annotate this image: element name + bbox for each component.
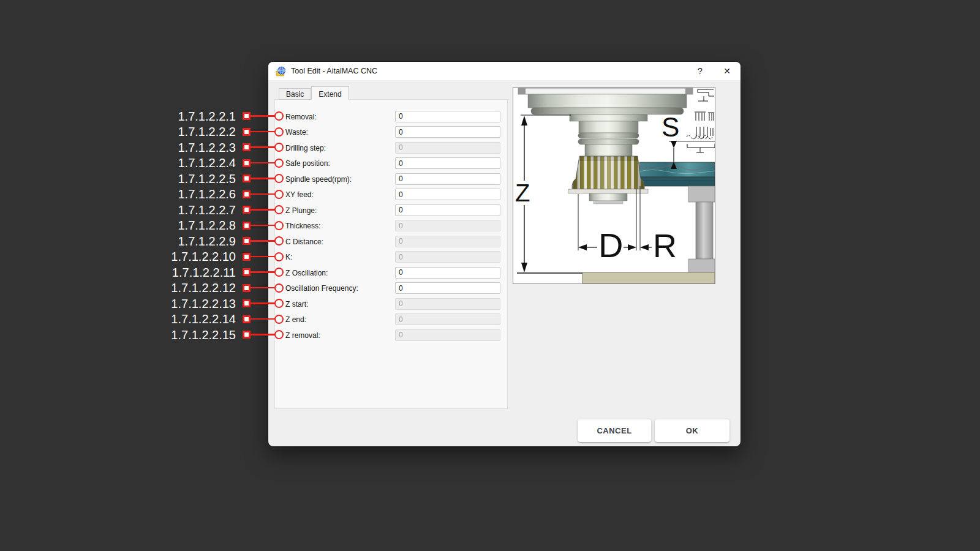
field-label: Z Plunge:: [285, 203, 317, 219]
callout-square-marker: [243, 299, 251, 307]
form-row: C Distance:: [275, 234, 507, 250]
stone-slab: [639, 162, 715, 186]
field-input-z-plunge[interactable]: [395, 204, 500, 216]
field-label: Oscillation Frequency:: [285, 280, 358, 296]
tab-extend[interactable]: Extend: [311, 86, 349, 100]
field-input-z-end: [395, 313, 500, 325]
dialog-title: Tool Edit - AitalMAC CNC: [291, 62, 377, 80]
callout-square-marker: [243, 206, 251, 214]
callout-square-marker: [243, 190, 251, 198]
help-button[interactable]: ?: [692, 62, 709, 80]
callout-square-marker: [243, 143, 251, 151]
callout-square-marker: [243, 268, 251, 276]
callout-square-marker: [243, 331, 251, 339]
app-globe-icon: [276, 66, 286, 77]
close-icon[interactable]: ✕: [718, 62, 736, 80]
form-row: Drilling step:: [275, 140, 507, 156]
callout-number: 1.7.1.2.2.5: [92, 171, 236, 187]
field-label: Z Oscillation:: [285, 265, 328, 281]
svg-text:Z: Z: [515, 179, 530, 206]
callout-number: 1.7.1.2.2.6: [92, 186, 236, 202]
svg-text:S: S: [662, 112, 679, 142]
form-row: Z end:: [275, 312, 507, 328]
field-label: Waste:: [285, 124, 308, 140]
form-row: Z Oscillation:: [275, 265, 507, 281]
callout-number: 1.7.1.2.2.8: [92, 217, 236, 233]
field-input-z-start: [395, 298, 500, 310]
machine-table: [582, 272, 715, 283]
desktop-background: 1.7.1.2.2.11.7.1.2.2.21.7.1.2.2.31.7.1.2…: [0, 0, 980, 551]
callout-number: 1.7.1.2.2.14: [92, 311, 236, 327]
mount-plate: [518, 88, 693, 94]
form-row: Removal:: [275, 109, 507, 125]
form-row: XY feed:: [275, 187, 507, 203]
field-input-drilling-step: [395, 142, 500, 154]
svg-text:R: R: [653, 227, 677, 264]
form-row: Thickness:: [275, 218, 507, 234]
svg-text:D: D: [598, 226, 623, 264]
tool-diagram-panel: Z S D: [513, 87, 715, 284]
callout-number: 1.7.1.2.2.3: [92, 140, 236, 156]
field-input-z-removal: [395, 329, 500, 341]
field-label: K:: [285, 249, 292, 265]
field-label: Z start:: [285, 296, 308, 312]
callout-square-marker: [243, 174, 251, 182]
field-label: Safe position:: [285, 156, 330, 171]
field-input-xy-feed[interactable]: [395, 189, 500, 200]
field-input-z-oscillation[interactable]: [395, 267, 500, 279]
callout-number: 1.7.1.2.2.7: [92, 202, 236, 218]
field-input-c-distance: [395, 236, 500, 247]
form-row: Oscillation Frequency:: [275, 280, 507, 296]
field-label: XY feed:: [285, 187, 314, 203]
field-input-waste[interactable]: [395, 126, 500, 138]
field-input-k: [395, 251, 500, 263]
tab-strip: BasicExtend: [279, 86, 349, 100]
cancel-button[interactable]: CANCEL: [578, 419, 651, 442]
callout-number: 1.7.1.2.2.2: [92, 124, 236, 140]
callout-number: 1.7.1.2.2.9: [92, 233, 236, 249]
field-label: C Distance:: [285, 234, 323, 250]
cnc-tool-diagram: Z S D: [513, 88, 715, 283]
form-row: Z removal:: [275, 328, 507, 343]
dialog-titlebar[interactable]: Tool Edit - AitalMAC CNC ? ✕: [268, 62, 741, 80]
field-label: Z removal:: [285, 328, 320, 343]
field-label: Drilling step:: [285, 140, 326, 156]
callout-number: 1.7.1.2.2.1: [92, 108, 236, 124]
form-row: Safe position:: [275, 156, 507, 171]
callout-square-marker: [243, 284, 251, 292]
tool-edit-dialog: Tool Edit - AitalMAC CNC ? ✕ BasicExtend…: [268, 62, 741, 446]
callout-square-marker: [243, 112, 251, 120]
form-row: Z Plunge:: [275, 203, 507, 219]
form-row: K:: [275, 249, 507, 265]
form-panel: Removal:Waste:Drilling step:Safe positio…: [274, 99, 508, 409]
callout-number: 1.7.1.2.2.11: [92, 264, 236, 280]
callout-number: 1.7.1.2.2.13: [92, 296, 236, 312]
field-label: Removal:: [285, 109, 317, 125]
field-label: Thickness:: [285, 218, 320, 234]
callout-square-marker: [243, 253, 251, 261]
callout-number: 1.7.1.2.2.12: [92, 280, 236, 296]
callout-square-marker: [243, 128, 251, 136]
form-row: Waste:: [275, 124, 507, 140]
callout-number: 1.7.1.2.2.15: [92, 327, 236, 343]
callout-square-marker: [243, 159, 251, 167]
field-input-safe-position[interactable]: [395, 157, 500, 169]
callout-square-marker: [243, 222, 251, 230]
tab-basic[interactable]: Basic: [279, 88, 311, 100]
callout-number: 1.7.1.2.2.4: [92, 155, 236, 171]
ok-button[interactable]: OK: [655, 419, 729, 442]
form-row: Spindle speed(rpm):: [275, 171, 507, 187]
field-input-removal[interactable]: [395, 111, 500, 122]
field-input-spindle-speed-rpm[interactable]: [395, 173, 500, 185]
form-row: Z start:: [275, 296, 507, 312]
field-input-oscillation-frequency[interactable]: [395, 282, 500, 294]
field-label: Spindle speed(rpm):: [285, 171, 352, 187]
field-input-thickness: [395, 220, 500, 231]
field-label: Z end:: [285, 312, 306, 328]
callout-number: 1.7.1.2.2.10: [92, 249, 236, 264]
callout-square-marker: [243, 315, 251, 323]
callout-square-marker: [243, 237, 251, 245]
